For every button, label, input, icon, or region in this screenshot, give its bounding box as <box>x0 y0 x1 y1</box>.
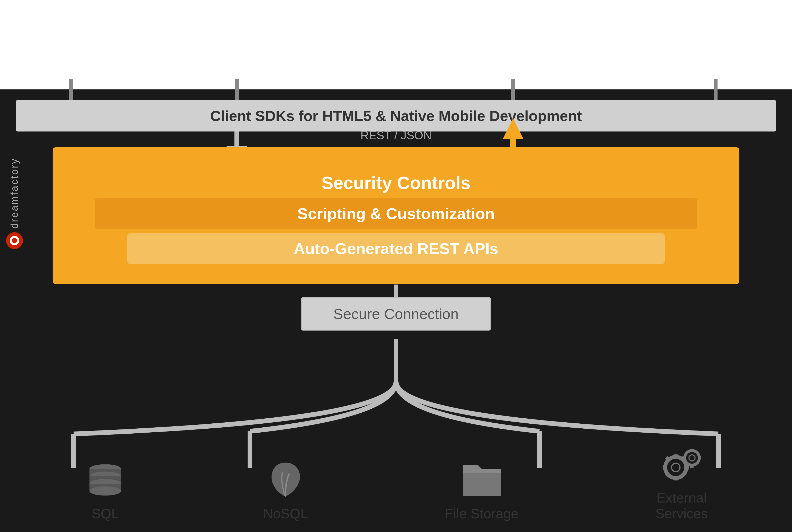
df-logo <box>5 231 24 250</box>
svg-rect-59 <box>674 476 678 480</box>
svg-rect-71 <box>699 456 701 459</box>
svg-rect-68 <box>690 449 694 451</box>
svg-rect-58 <box>674 454 678 458</box>
nosql-group: NoSQL <box>263 458 308 521</box>
sql-label: SQL <box>92 506 119 521</box>
security-controls-text: Security Controls <box>69 167 723 198</box>
orange-inner-boxes: Scripting & Customization Auto-Generated… <box>69 198 723 264</box>
external-services-icon <box>660 442 702 484</box>
svg-rect-69 <box>690 466 694 468</box>
svg-point-48 <box>12 238 17 243</box>
api-text: Auto-Generated REST APIs <box>294 240 498 258</box>
filestorage-icon <box>461 458 503 500</box>
sql-group: SQL <box>84 458 126 521</box>
secure-connection-box: Secure Connection <box>301 297 491 330</box>
sdk-bar: Client SDKs for HTML5 & Native Mobile De… <box>16 100 776 132</box>
secure-connection-text: Secure Connection <box>333 306 459 322</box>
filestorage-group: File Storage <box>445 458 518 521</box>
nosql-icon <box>264 458 307 500</box>
scripting-box: Scripting & Customization <box>95 198 698 229</box>
sdk-bar-text: Client SDKs for HTML5 & Native Mobile De… <box>210 107 582 125</box>
external-services-group: External Services <box>656 442 708 521</box>
svg-rect-60 <box>663 465 667 470</box>
orange-main-box: Security Controls Scripting & Customizat… <box>53 147 739 284</box>
svg-point-55 <box>90 486 121 495</box>
rest-json-label: REST / JSON <box>361 129 432 142</box>
svg-point-67 <box>689 455 695 461</box>
top-area <box>0 0 792 100</box>
svg-rect-70 <box>683 456 685 459</box>
svg-point-57 <box>672 463 680 472</box>
dreamfactory-label: dreamfactory <box>5 158 24 250</box>
diagram: Mobile Desktop <box>0 0 792 532</box>
filestorage-label: File Storage <box>445 506 518 521</box>
scripting-text: Scripting & Customization <box>297 205 495 223</box>
api-box: Auto-Generated REST APIs <box>127 233 665 264</box>
sql-icon <box>84 458 126 500</box>
nosql-label: NoSQL <box>263 506 308 521</box>
df-text: dreamfactory <box>9 158 20 229</box>
svg-rect-61 <box>685 465 689 470</box>
bottom-icons-row: SQL NoSQL File Storage <box>0 442 792 521</box>
external-services-label: External Services <box>656 490 708 521</box>
